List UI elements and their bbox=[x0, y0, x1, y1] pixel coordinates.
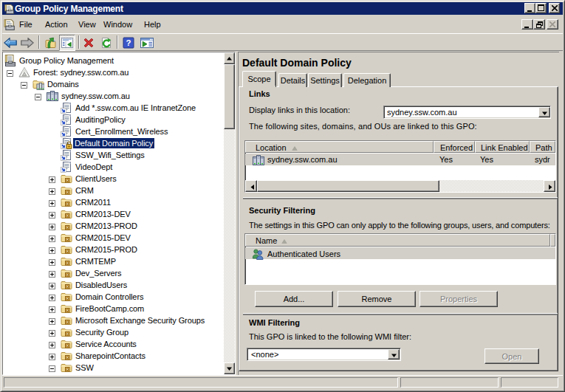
svg-text:?: ? bbox=[126, 38, 131, 47]
